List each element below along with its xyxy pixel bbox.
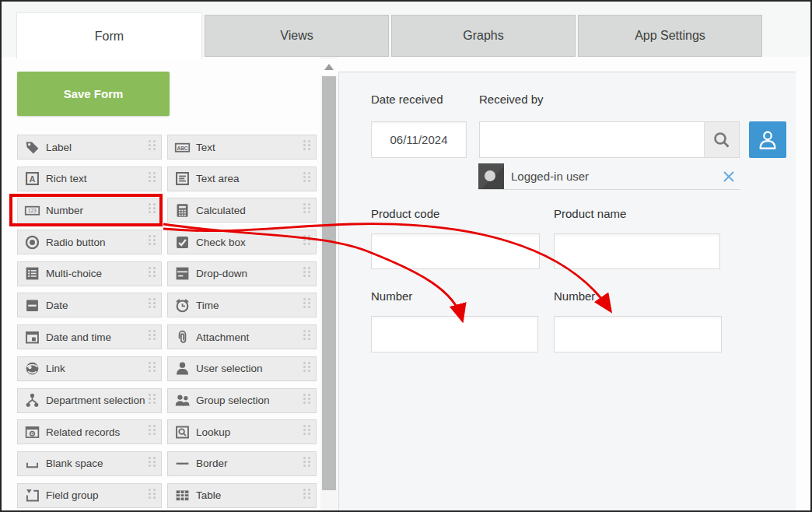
drag-handle[interactable] [303, 267, 312, 281]
palette-item-label: Table [196, 489, 221, 501]
tab-views[interactable]: Views [205, 15, 389, 57]
drag-handle[interactable] [303, 489, 312, 503]
dropdown-icon [174, 265, 191, 282]
fieldgroup-icon [24, 487, 40, 503]
palette-item-label: Drop-down [196, 268, 247, 279]
palette-item-label: Date [46, 300, 68, 311]
drag-handle[interactable] [303, 362, 312, 376]
tab-app-settings[interactable]: App Settings [578, 15, 762, 57]
scrollbar-thumb[interactable] [322, 76, 336, 490]
drag-handle[interactable] [149, 235, 157, 249]
palette-item-time[interactable]: Time [167, 293, 317, 317]
palette-item-label[interactable]: Label [17, 135, 162, 160]
scroll-up-arrow-icon [324, 64, 334, 70]
palette-item-drop-down[interactable]: Drop-down [167, 261, 317, 286]
drag-handle[interactable] [149, 394, 157, 408]
drag-handle[interactable] [149, 425, 157, 439]
palette-item-radio-button[interactable]: Radio button [17, 230, 162, 254]
attachment-icon [174, 329, 191, 345]
sidebar-scrollbar[interactable] [320, 57, 338, 512]
drag-handle[interactable] [149, 298, 157, 312]
save-form-button[interactable]: Save Form [17, 72, 170, 116]
palette-item-rich-text[interactable]: Rich text [17, 167, 162, 191]
received-by-label: Received by [479, 93, 544, 106]
palette-item-text[interactable]: Text [167, 135, 317, 160]
palette-item-lookup[interactable]: Lookup [167, 419, 317, 444]
drag-handle[interactable] [149, 362, 157, 376]
drag-handle[interactable] [149, 267, 157, 281]
form-builder-window: FormViewsGraphsApp Settings Save Form La… [0, 0, 812, 512]
drag-handle[interactable] [303, 457, 312, 471]
palette-item-related-records[interactable]: Related records [17, 419, 162, 444]
palette-item-check-box[interactable]: Check box [167, 230, 317, 254]
radio-icon [24, 234, 40, 251]
multichoice-icon [24, 265, 40, 282]
palette-item-label: Department selection [46, 395, 145, 406]
blankspace-icon [24, 455, 40, 472]
palette-item-calculated[interactable]: Calculated [167, 198, 317, 223]
link-icon [24, 360, 40, 377]
drag-handle[interactable] [149, 457, 157, 471]
drag-handle[interactable] [303, 172, 312, 186]
number-1-input[interactable] [371, 316, 538, 352]
drag-handle[interactable] [149, 489, 157, 503]
palette-item-label: Radio button [46, 237, 106, 248]
palette-item-link[interactable]: Link [17, 356, 162, 381]
palette-item-text-area[interactable]: Text area [167, 167, 317, 191]
logged-in-user-entry: Logged-in user [478, 163, 740, 190]
drag-handle[interactable] [303, 298, 312, 312]
drag-handle[interactable] [303, 235, 312, 249]
palette-item-field-group[interactable]: Field group [17, 483, 162, 508]
drag-handle[interactable] [149, 140, 157, 154]
time-icon [174, 297, 191, 314]
palette-grid: Label Text Rich text Text area Number Ca… [17, 135, 317, 508]
palette-item-table[interactable]: Table [167, 483, 317, 508]
date-received-input[interactable]: 06/11/2024 [371, 121, 467, 158]
palette-item-date-and-time[interactable]: Date and time [17, 324, 162, 349]
drag-handle[interactable] [303, 425, 312, 439]
remove-entry-close-icon[interactable] [721, 169, 737, 184]
tab-graphs[interactable]: Graphs [391, 15, 576, 57]
scrollbar-up-button[interactable] [320, 59, 338, 75]
drag-handle[interactable] [303, 330, 312, 344]
drag-handle[interactable] [149, 172, 157, 186]
calculated-icon [174, 202, 191, 219]
received-by-input[interactable] [480, 122, 704, 157]
palette-item-attachment[interactable]: Attachment [167, 324, 317, 349]
palette-item-department-selection[interactable]: Department selection [17, 388, 162, 413]
drag-handle[interactable] [303, 394, 312, 408]
palette-item-label: Number [46, 205, 83, 216]
palette-item-border[interactable]: Border [167, 451, 317, 476]
palette-item-label: Related records [46, 426, 120, 438]
user-search-button[interactable] [704, 122, 739, 157]
text-icon [174, 139, 191, 156]
field-palette-sidebar: Save Form Label Text Rich text Text area… [2, 57, 338, 512]
palette-item-label: User selection [196, 363, 263, 374]
logged-in-user-label: Logged-in user [511, 170, 721, 183]
product-name-input[interactable] [554, 233, 720, 269]
drag-handle[interactable] [149, 203, 157, 217]
user-avatar-icon [478, 163, 504, 189]
user-outline-icon [756, 128, 779, 152]
tab-bar: FormViewsGraphsApp Settings [2, 2, 810, 57]
drag-handle[interactable] [303, 140, 312, 154]
product-code-label: Product code [371, 207, 439, 220]
date-received-label: Date received [371, 93, 443, 106]
palette-item-number[interactable]: Number [17, 198, 162, 223]
palette-item-multi-choice[interactable]: Multi-choice [17, 261, 162, 286]
drag-handle[interactable] [149, 330, 157, 344]
date-icon [24, 297, 40, 314]
palette-item-user-selection[interactable]: User selection [167, 356, 317, 381]
number-2-input[interactable] [554, 316, 722, 352]
palette-item-date[interactable]: Date [17, 293, 162, 317]
select-user-button[interactable] [749, 121, 786, 158]
palette-item-label: Check box [196, 237, 246, 248]
palette-item-blank-space[interactable]: Blank space [17, 451, 162, 476]
number-icon [24, 202, 40, 219]
drag-handle[interactable] [303, 203, 312, 217]
group-icon [174, 392, 191, 409]
tab-form[interactable]: Form [16, 12, 202, 59]
product-code-input[interactable] [371, 233, 540, 269]
search-icon [712, 130, 732, 150]
palette-item-group-selection[interactable]: Group selection [167, 388, 317, 413]
